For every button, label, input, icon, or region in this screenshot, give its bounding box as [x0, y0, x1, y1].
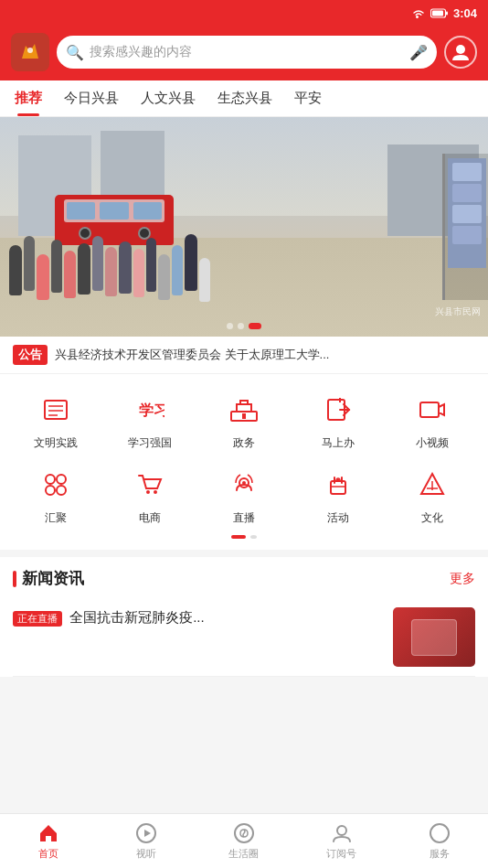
news-more-link[interactable]: 更多 — [450, 571, 475, 587]
svg-rect-12 — [242, 413, 246, 419]
banner-watermark: 兴县市民网 — [435, 305, 481, 318]
banner-dot-3 — [249, 323, 261, 329]
banner-image: 兴县市民网 — [0, 117, 488, 337]
logo-image — [11, 33, 49, 71]
notice-tag: 公告 — [13, 345, 48, 365]
svg-point-18 — [57, 486, 66, 495]
grid-dots — [0, 535, 488, 546]
wenhua-label: 文化 — [421, 510, 443, 526]
svg-text:学习: 学习 — [139, 402, 164, 418]
svg-point-20 — [154, 490, 157, 494]
tab-culture[interactable]: 人文兴县 — [130, 80, 207, 116]
news-item-1[interactable]: 正在直播 全国抗击新冠肺炎疫... — [13, 598, 475, 677]
svg-point-17 — [46, 486, 55, 495]
logo[interactable] — [11, 33, 49, 71]
tab-peace[interactable]: 平安 — [283, 80, 333, 116]
xuexi-icon: 学习 — [129, 389, 171, 431]
tab-home-label: 首页 — [38, 847, 58, 861]
media-icon — [135, 822, 157, 844]
tab-life[interactable]: 生活圈 — [196, 814, 293, 868]
notice-bar[interactable]: 公告 兴县经济技术开发区管理委员会 关于太原理工大学... — [0, 337, 488, 374]
icon-grid: 文明实践 学习 学习强国 政务 — [0, 374, 488, 550]
battery-icon — [430, 8, 449, 18]
bottom-bar: 首页 视听 生活圈 订阅号 服务 — [0, 813, 488, 868]
news-thumb-image — [393, 607, 475, 667]
tab-media[interactable]: 视听 — [98, 814, 196, 868]
tab-subscribe[interactable]: 订阅号 — [292, 814, 390, 868]
search-bar[interactable]: 🔍 搜索感兴趣的内容 🎤 — [57, 36, 437, 69]
svg-point-29 — [430, 824, 449, 842]
tab-recommend[interactable]: 推荐 — [4, 80, 53, 116]
header: 🔍 搜索感兴趣的内容 🎤 — [0, 26, 488, 80]
svg-point-22 — [242, 481, 246, 485]
svg-point-28 — [337, 826, 346, 835]
zhengwu-label: 政务 — [233, 435, 255, 451]
icon-wenhua[interactable]: 文化 — [385, 464, 479, 526]
svg-point-4 — [27, 48, 33, 53]
wifi-icon — [411, 7, 426, 18]
wenming-icon — [35, 389, 77, 431]
tab-today[interactable]: 今日兴县 — [53, 80, 130, 116]
notice-text: 兴县经济技术开发区管理委员会 关于太原理工大学... — [55, 347, 475, 363]
home-icon — [37, 822, 59, 844]
news-item-1-thumb — [393, 607, 475, 667]
svg-rect-2 — [432, 10, 443, 16]
service-icon — [429, 822, 451, 844]
subscribe-icon — [331, 822, 353, 844]
wenming-label: 文明实践 — [34, 435, 78, 451]
tab-home[interactable]: 首页 — [0, 814, 98, 868]
mashangban-icon — [317, 389, 359, 431]
svg-point-19 — [146, 490, 150, 494]
title-bar-decoration — [13, 571, 16, 587]
news-section: 新闻资讯 更多 正在直播 全国抗击新冠肺炎疫... — [0, 557, 488, 677]
icon-xuexi[interactable]: 学习 学习强国 — [103, 389, 197, 451]
tab-life-label: 生活圈 — [228, 847, 259, 861]
live-badge: 正在直播 — [13, 611, 62, 627]
zhibo-label: 直播 — [233, 510, 255, 526]
huiju-icon — [35, 464, 77, 506]
status-time: 3:04 — [453, 6, 477, 20]
mashangban-label: 马上办 — [322, 435, 355, 451]
tab-ecology[interactable]: 生态兴县 — [207, 80, 283, 116]
zhengwu-icon — [223, 389, 265, 431]
mic-icon[interactable]: 🎤 — [409, 44, 428, 61]
tab-subscribe-label: 订阅号 — [326, 847, 356, 861]
user-avatar-button[interactable] — [444, 36, 477, 69]
svg-rect-1 — [446, 11, 448, 15]
tab-media-label: 视听 — [136, 847, 156, 861]
svg-rect-23 — [331, 481, 345, 494]
nav-tabs: 推荐 今日兴县 人文兴县 生态兴县 平安 — [0, 80, 488, 117]
svg-rect-14 — [420, 402, 439, 417]
grid-dot-active — [231, 535, 246, 539]
icon-xiaovideo[interactable]: 小视频 — [385, 389, 479, 451]
svg-point-16 — [57, 475, 66, 484]
tab-service[interactable]: 服务 — [390, 814, 488, 868]
life-icon — [233, 822, 255, 844]
icon-wenming[interactable]: 文明实践 — [9, 389, 103, 451]
news-item-1-content: 正在直播 全国抗击新冠肺炎疫... — [13, 607, 384, 667]
grid-dot-inactive — [250, 535, 257, 539]
status-bar: 3:04 — [0, 0, 488, 26]
user-icon-svg — [451, 42, 471, 62]
icon-zhibo[interactable]: 直播 — [197, 464, 292, 526]
icon-dianshang[interactable]: 电商 — [103, 464, 197, 526]
banner-dot-2 — [238, 323, 244, 329]
huodong-label: 活动 — [327, 510, 349, 526]
search-icon: 🔍 — [66, 44, 84, 61]
banner-dot-1 — [227, 323, 233, 329]
svg-rect-6 — [45, 401, 67, 419]
xuexi-label: 学习强国 — [128, 435, 172, 451]
banner-dots — [227, 323, 261, 329]
icon-mashangban[interactable]: 马上办 — [291, 389, 385, 451]
icon-row-2: 汇聚 电商 直播 — [0, 460, 488, 535]
banner[interactable]: 兴县市民网 — [0, 117, 488, 337]
dianshang-icon — [129, 464, 171, 506]
icon-huodong[interactable]: 活动 — [291, 464, 385, 526]
icon-huiju[interactable]: 汇聚 — [9, 464, 103, 526]
search-placeholder: 搜索感兴趣的内容 — [90, 44, 404, 60]
huiju-label: 汇聚 — [45, 510, 67, 526]
tab-service-label: 服务 — [430, 847, 450, 861]
xiaovideo-icon — [411, 389, 453, 431]
icon-zhengwu[interactable]: 政务 — [197, 389, 292, 451]
svg-point-15 — [46, 475, 55, 484]
